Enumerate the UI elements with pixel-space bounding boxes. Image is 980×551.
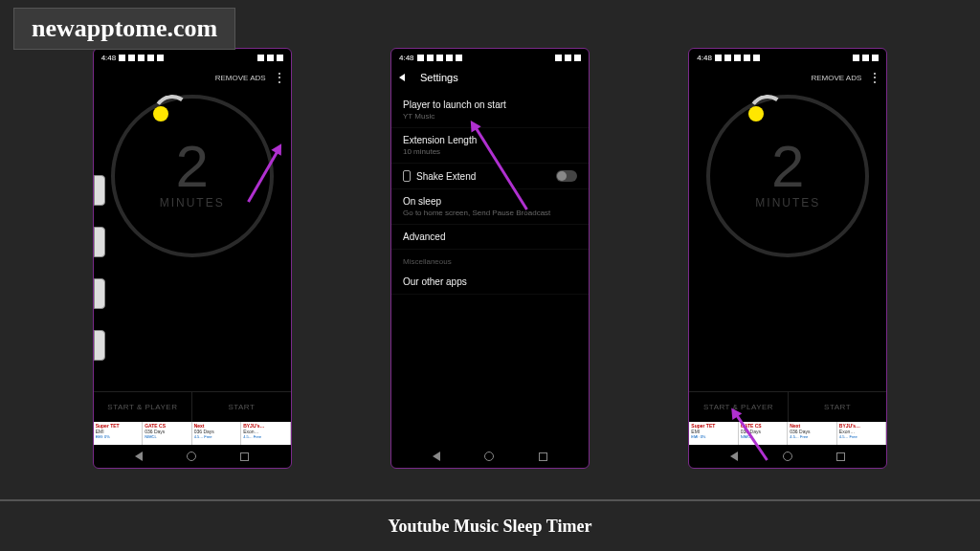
setting-extension-length[interactable]: Extension Length 10 minutes	[391, 128, 589, 164]
side-tab[interactable]	[94, 175, 105, 206]
start-button[interactable]: START	[789, 392, 887, 422]
side-tab[interactable]	[94, 278, 105, 309]
back-icon[interactable]	[399, 74, 405, 81]
ad-banner[interactable]: Super TETEMIEMI: 0% GATE CS036 DaysNIMCL…	[94, 422, 291, 445]
nav-recent-icon[interactable]	[539, 452, 547, 461]
signal-icon	[267, 55, 274, 61]
setting-shake-extend[interactable]: Shake Extend	[391, 164, 589, 189]
nav-recent-icon[interactable]	[240, 452, 249, 461]
start-player-button[interactable]: START & PLAYER	[94, 392, 193, 422]
setting-on-sleep[interactable]: On sleep Go to home screen, Send Pause B…	[391, 189, 589, 225]
setting-other-apps[interactable]: Our other apps	[391, 270, 589, 295]
status-icon	[119, 55, 125, 61]
remove-ads-button[interactable]: REMOVE ADS	[215, 74, 266, 82]
image-caption: Youtube Music Sleep Timer	[0, 499, 980, 551]
timer-unit: MINUTES	[755, 196, 820, 209]
toggle-switch[interactable]	[556, 170, 577, 182]
start-button[interactable]: START	[192, 392, 291, 422]
status-icon	[128, 55, 135, 61]
phone-row: 4:48 REMOVE ADS ⋮	[0, 0, 980, 476]
nav-home-icon[interactable]	[187, 452, 196, 461]
android-nav-bar	[689, 445, 886, 468]
app-top-bar: REMOVE ADS ⋮	[94, 66, 291, 89]
nav-home-icon[interactable]	[484, 452, 494, 461]
battery-icon	[277, 55, 283, 61]
nav-recent-icon[interactable]	[836, 452, 845, 461]
status-icon	[147, 55, 154, 61]
status-icon	[157, 55, 164, 61]
section-header-misc: Miscellaneous	[391, 250, 589, 270]
nav-back-icon[interactable]	[730, 452, 738, 461]
timer-value: 2	[160, 137, 225, 196]
status-bar: 4:48	[94, 49, 291, 66]
nav-back-icon[interactable]	[135, 452, 143, 461]
side-tab[interactable]	[94, 330, 105, 361]
settings-top-bar: Settings	[391, 66, 589, 89]
timer-unit: MINUTES	[160, 196, 225, 209]
phone-icon	[403, 170, 411, 182]
settings-title: Settings	[420, 72, 458, 83]
side-tabs	[94, 175, 105, 361]
nav-home-icon[interactable]	[783, 452, 792, 461]
timer-dial[interactable]: 2 MINUTES	[111, 95, 274, 257]
status-time: 4:48	[399, 54, 414, 62]
status-time: 4:48	[101, 54, 117, 62]
side-tab[interactable]	[94, 227, 105, 257]
status-time: 4:48	[697, 54, 712, 62]
timer-dial[interactable]: 2 MINUTES	[706, 95, 869, 257]
phone-2: 4:48 Settings Player to launch on start …	[390, 48, 590, 469]
phone-3: 4:48 REMOVE ADS ⋮ 2 MINUTES START & PLAY…	[688, 48, 887, 469]
timer-body: 2 MINUTES START & PLAYER START	[94, 89, 291, 422]
settings-list: Player to launch on start YT Music Exten…	[391, 89, 589, 445]
dial-knob[interactable]	[153, 106, 168, 121]
status-icon	[138, 55, 145, 61]
android-nav-bar	[391, 445, 589, 468]
status-bar: 4:48	[689, 49, 886, 66]
timer-value: 2	[755, 137, 820, 196]
app-top-bar: REMOVE ADS ⋮	[689, 66, 886, 89]
watermark-banner: newapptome.com	[13, 8, 235, 50]
remove-ads-button[interactable]: REMOVE ADS	[811, 74, 861, 82]
status-bar: 4:48	[391, 49, 589, 66]
ad-banner[interactable]: Super TETEMIEMI: 0% GATE CS036 DaysNIMCL…	[689, 422, 886, 445]
menu-dots-icon[interactable]: ⋮	[274, 75, 283, 80]
android-nav-bar	[94, 445, 291, 468]
setting-advanced[interactable]: Advanced	[391, 225, 589, 250]
setting-player-launch[interactable]: Player to launch on start YT Music	[391, 93, 589, 128]
wifi-icon	[257, 55, 264, 61]
phone-1: 4:48 REMOVE ADS ⋮	[93, 48, 292, 469]
nav-back-icon[interactable]	[433, 452, 440, 461]
timer-body: 2 MINUTES START & PLAYER START	[689, 89, 886, 422]
menu-dots-icon[interactable]: ⋮	[869, 75, 879, 80]
